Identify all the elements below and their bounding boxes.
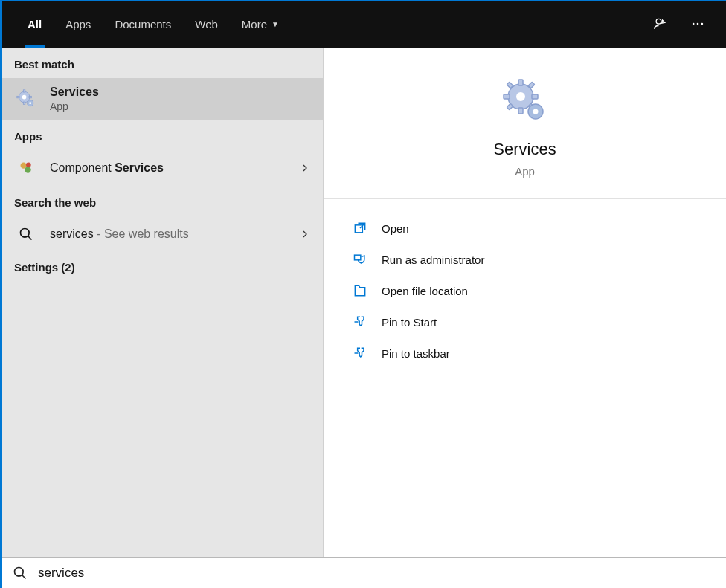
tab-more-label: More [242,18,267,30]
result-component-services-texts: Component Services [50,161,286,175]
svg-rect-24 [528,82,534,88]
detail-subtitle: App [515,165,535,178]
svg-rect-9 [29,96,31,97]
chevron-right-icon [299,228,311,240]
result-web-texts: services - See web results [50,227,286,241]
result-component-prefix: Component [50,161,115,174]
svg-point-27 [533,109,538,114]
header-right-controls [652,15,719,33]
open-icon [352,220,368,236]
svg-rect-22 [507,82,513,88]
action-run-admin-label: Run as administrator [382,253,484,266]
svg-point-15 [21,229,30,238]
detail-header: Services App [324,48,726,199]
svg-point-13 [25,167,30,172]
action-open-loc-label: Open file location [382,285,468,297]
svg-point-3 [701,23,704,25]
result-web-services[interactable]: services - See web results [2,216,323,252]
detail-pane: Services App Open [324,48,726,557]
detail-actions: Open Run as administrator [324,199,726,369]
accent-left-bar [0,0,2,588]
accent-top-bar [0,0,726,1]
services-gear-icon [16,88,36,109]
svg-rect-8 [17,96,19,97]
svg-rect-6 [23,90,25,92]
tab-apps[interactable]: Apps [54,0,103,48]
svg-point-0 [656,19,661,24]
section-settings-label[interactable]: Settings (2) [2,252,323,282]
action-pin-to-taskbar[interactable]: Pin to taskbar [324,337,726,369]
result-best-match-subtitle: App [50,100,311,112]
search-input[interactable] [38,566,716,581]
tab-apps-label: Apps [65,18,91,30]
component-services-icon [16,158,36,178]
svg-rect-7 [23,102,25,104]
svg-rect-21 [532,94,538,99]
result-web-hint: - See web results [94,227,189,240]
svg-rect-18 [518,80,523,85]
header-bar: All Apps Documents Web More ▼ [2,0,726,48]
search-bar [2,557,726,588]
action-open-label: Open [382,222,409,235]
pin-icon [352,345,368,361]
pin-icon [352,314,368,330]
result-best-match-title: Services [50,85,311,99]
feedback-icon[interactable] [652,15,669,33]
svg-point-17 [516,92,525,101]
header-tabs: All Apps Documents Web More ▼ [16,0,291,48]
action-pin-to-start[interactable]: Pin to Start [324,306,726,337]
svg-rect-20 [504,94,510,99]
results-pane: Best match Services [2,48,324,557]
section-apps-label: Apps [2,120,323,150]
action-open-file-location[interactable]: Open file location [324,275,726,306]
tab-documents[interactable]: Documents [103,0,183,48]
content-area: Best match Services [2,48,726,557]
section-web-label: Search the web [2,186,323,216]
svg-point-11 [29,102,31,104]
action-open[interactable]: Open [324,213,726,244]
action-run-as-administrator[interactable]: Run as administrator [324,244,726,275]
action-pin-taskbar-label: Pin to taskbar [382,347,450,360]
result-web-term: services [50,227,94,240]
result-web-title: services - See web results [50,227,286,241]
svg-point-2 [697,23,699,25]
tab-documents-label: Documents [115,18,171,30]
chevron-right-icon [299,162,311,174]
svg-point-30 [15,567,24,576]
shield-admin-icon [352,251,368,268]
search-icon [16,224,36,245]
svg-point-5 [22,95,27,100]
result-component-services-title: Component Services [50,161,286,175]
tab-more[interactable]: More ▼ [230,0,291,48]
detail-title: Services [493,140,556,159]
services-large-gear-icon [501,77,549,125]
folder-location-icon [352,282,368,299]
tab-web[interactable]: Web [183,0,230,48]
svg-rect-29 [355,255,361,260]
section-best-match-label: Best match [2,48,323,78]
svg-rect-25 [507,103,513,109]
svg-point-1 [693,23,695,25]
action-pin-start-label: Pin to Start [382,316,437,329]
result-component-services[interactable]: Component Services [2,150,323,186]
tab-all-label: All [28,18,42,30]
svg-rect-19 [518,108,523,114]
tab-web-label: Web [195,18,218,30]
tab-all[interactable]: All [16,0,54,48]
search-icon [13,566,28,581]
svg-point-14 [26,163,31,168]
result-best-match-texts: Services App [50,85,311,112]
more-options-icon[interactable] [689,15,707,33]
result-component-match: Services [115,161,164,174]
result-best-match-services[interactable]: Services App [2,78,323,120]
chevron-down-icon: ▼ [272,20,279,28]
